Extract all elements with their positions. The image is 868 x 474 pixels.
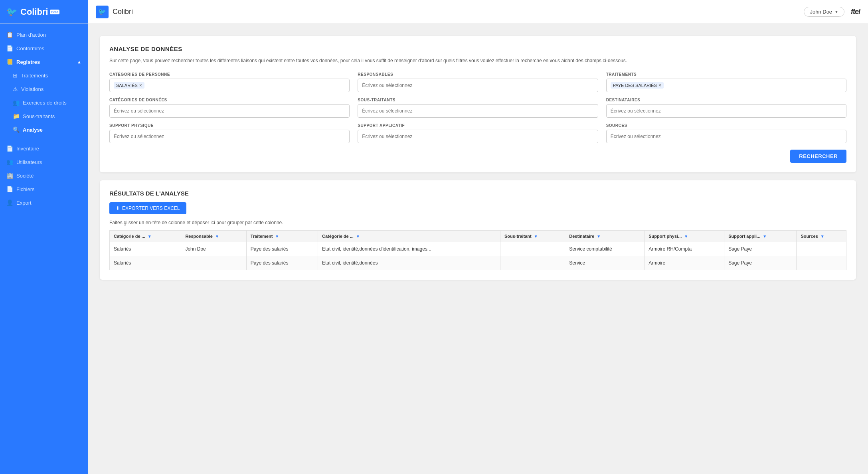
col-label-destinataire: Destinataire [569, 234, 594, 239]
app-body: 📋 Plan d'action 📄 Conformités 📒 Registre… [0, 24, 868, 474]
sidebar-item-analyse[interactable]: 🔍 Analyse [0, 123, 88, 136]
label-categories-personne: CATÉGORIES DE PERSONNE [109, 72, 350, 77]
sidebar-item-plan-action[interactable]: 📋 Plan d'action [0, 28, 88, 41]
sidebar-label-analyse: Analyse [23, 127, 43, 133]
sidebar-label-export: Export [16, 200, 32, 206]
filter-categories-donnees: CATÉGORIES DE DONNÉES [109, 98, 350, 118]
filter-icon-col6[interactable]: ▼ [684, 234, 688, 239]
sidebar-item-conformites[interactable]: 📄 Conformités [0, 41, 88, 55]
export-excel-button[interactable]: ⬇ EXPORTER VERS EXCEL [109, 202, 186, 214]
filter-icon-col8[interactable]: ▼ [821, 234, 825, 239]
filter-icon-col5[interactable]: ▼ [597, 234, 601, 239]
filter-support-applicatif: SUPPORT APPLICATIF [358, 123, 598, 143]
exercices-icon: 👥 [13, 99, 20, 106]
search-button[interactable]: RECHERCHER [790, 150, 846, 163]
sidebar-item-sous-traitants[interactable]: 📁 Sous-traitants [0, 109, 88, 123]
table-wrapper: Catégorie de ... ▼ Responsable ▼ [109, 230, 846, 270]
label-sous-traitants: SOUS-TRAITANTS [358, 98, 598, 102]
societe-icon: 🏢 [6, 172, 13, 179]
logo-beta: Beta [50, 10, 60, 14]
cell-row1-col4 [500, 256, 565, 270]
results-table: Catégorie de ... ▼ Responsable ▼ [109, 230, 846, 270]
col-categorie-personne: Catégorie de ... ▼ [110, 231, 181, 242]
input-sources-field[interactable] [611, 134, 842, 139]
input-support-applicatif[interactable] [358, 130, 598, 143]
input-support-applicatif-field[interactable] [362, 134, 593, 139]
sidebar-item-export[interactable]: 👤 Export [0, 196, 88, 209]
input-destinataires[interactable] [606, 104, 846, 118]
input-support-physique-field[interactable] [114, 134, 345, 139]
sidebar-label-traitements: Traitements [21, 73, 48, 79]
cell-row1-col8 [797, 256, 846, 270]
label-categories-donnees: CATÉGORIES DE DONNÉES [109, 98, 350, 102]
cell-row1-col5: Service [565, 256, 645, 270]
sidebar-item-traitements[interactable]: ⊞ Traitements [0, 69, 88, 82]
col-sous-traitant: Sous-traitant ▼ [500, 231, 565, 242]
user-name: John Doe [810, 9, 832, 15]
input-destinataires-field[interactable] [611, 108, 842, 114]
table-body: SalariésJohn DoePaye des salariésEtat ci… [110, 242, 846, 270]
filter-icon-col0[interactable]: ▼ [148, 234, 152, 239]
input-categories-donnees-field[interactable] [114, 108, 345, 114]
input-responsables[interactable] [358, 79, 598, 92]
sidebar-item-inventaire[interactable]: 📄 Inventaire [0, 142, 88, 155]
cell-row0-col1: John Doe [181, 242, 246, 256]
sidebar-item-societe[interactable]: 🏢 Société [0, 169, 88, 182]
sidebar-label-inventaire: Inventaire [16, 146, 39, 152]
input-responsables-field[interactable] [362, 83, 593, 88]
filter-icon-col7[interactable]: ▼ [763, 234, 767, 239]
page-title: ANALYSE DE DONNÉES [109, 45, 846, 52]
user-dropdown[interactable]: John Doe ▼ [804, 7, 844, 17]
traitements-icon: ⊞ [13, 72, 18, 79]
sidebar-item-exercices-droits[interactable]: 👥 Exercices de droits [0, 96, 88, 109]
header-right: John Doe ▼ ftel [804, 7, 860, 17]
filter-sous-traitants: SOUS-TRAITANTS [358, 98, 598, 118]
filter-icon-col4[interactable]: ▼ [534, 234, 538, 239]
col-label-sources: Sources [801, 234, 818, 239]
col-destinataire: Destinataire ▼ [565, 231, 645, 242]
col-label-responsable: Responsable [185, 234, 212, 239]
col-support-applicatif: Support appli... ▼ [724, 231, 797, 242]
col-label-categorie-personne: Catégorie de ... [114, 234, 145, 239]
table-header: Catégorie de ... ▼ Responsable ▼ [110, 231, 846, 242]
app-title: Colibri [113, 8, 133, 16]
top-header: 🐦 Colibri Beta 🐦 Colibri John Doe ▼ ftel [0, 0, 868, 24]
sidebar-item-registres[interactable]: 📒 Registres ▲ [0, 55, 88, 69]
sidebar-item-utilisateurs[interactable]: 👥 Utilisateurs [0, 155, 88, 169]
input-support-physique[interactable] [109, 130, 350, 143]
utilisateurs-icon: 👥 [6, 159, 13, 165]
tag-paye: PAYE DES SALARIÉS × [611, 82, 664, 89]
sidebar-label-violations: Violations [21, 86, 43, 92]
logo-area: 🐦 Colibri Beta [0, 0, 88, 24]
plan-action-icon: 📋 [6, 32, 13, 38]
analyse-icon: 🔍 [13, 126, 20, 133]
sidebar-item-violations[interactable]: ⚠ Violations [0, 82, 88, 96]
label-support-applicatif: SUPPORT APPLICATIF [358, 123, 598, 128]
sidebar-item-fichiers[interactable]: 📄 Fichiers [0, 182, 88, 196]
header-app-name: 🐦 Colibri [88, 6, 804, 18]
sidebar-label-registres: Registres [16, 59, 40, 65]
app-icon: 🐦 [96, 6, 109, 18]
conformites-icon: 📄 [6, 45, 13, 51]
cell-row0-col2: Paye des salariés [246, 242, 318, 256]
tag-close-paye[interactable]: × [658, 83, 661, 88]
cell-row0-col4 [500, 242, 565, 256]
registres-expand-icon: ▲ [77, 59, 81, 64]
input-sources[interactable] [606, 130, 846, 143]
input-sous-traitants[interactable] [358, 104, 598, 118]
cell-row1-col0: Salariés [110, 256, 181, 270]
tag-close-salaries[interactable]: × [139, 83, 142, 88]
filter-icon-col1[interactable]: ▼ [215, 234, 219, 239]
filter-destinataires: DESTINATAIRES [606, 98, 846, 118]
drag-hint: Faites glisser un en-tête de colonne et … [109, 220, 846, 225]
main-content: ANALYSE DE DONNÉES Sur cette page, vous … [88, 24, 868, 474]
input-sous-traitants-field[interactable] [362, 108, 593, 114]
export-excel-label: EXPORTER VERS EXCEL [122, 205, 180, 211]
input-traitements[interactable]: PAYE DES SALARIÉS × [606, 79, 846, 92]
input-categories-donnees[interactable] [109, 104, 350, 118]
input-categories-personne[interactable]: SALARIÉS × [109, 79, 350, 92]
cell-row1-col2: Paye des salariés [246, 256, 318, 270]
table-row: SalariésPaye des salariésEtat civil, ide… [110, 256, 846, 270]
filter-icon-col2[interactable]: ▼ [275, 234, 279, 239]
filter-icon-col3[interactable]: ▼ [356, 234, 360, 239]
